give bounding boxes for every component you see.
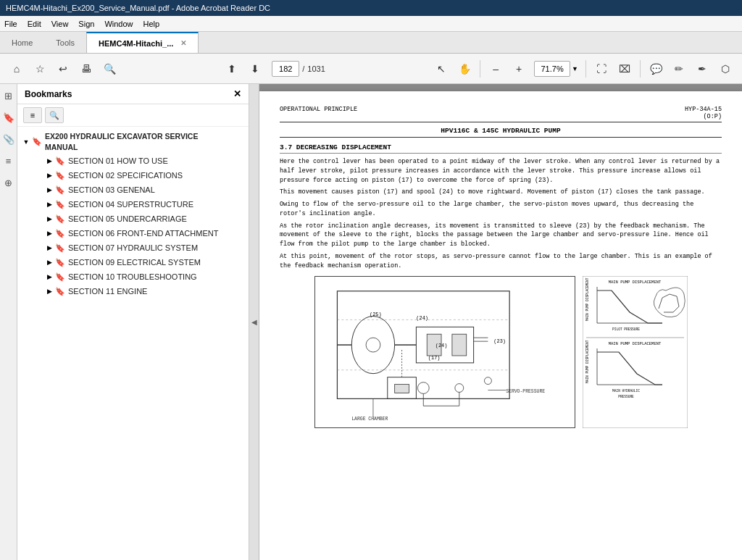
- svg-rect-15: [394, 385, 409, 393]
- hydraulic-diagram: (24) (17) (23) SE: [314, 276, 575, 430]
- tab-home[interactable]: Home: [0, 32, 44, 53]
- tree-item-s05[interactable]: 🔖 SECTION 05 UNDERCARRIAGE: [29, 212, 249, 226]
- tab-tools[interactable]: Tools: [44, 32, 86, 53]
- menu-bar: File Edit View Sign Window Help: [0, 16, 742, 32]
- page-number-input[interactable]: 182: [272, 61, 299, 77]
- svg-text:(25): (25): [370, 312, 382, 318]
- tree-label-s01: SECTION 01 HOW TO USE: [68, 156, 168, 165]
- svg-text:MAIN PUMP DISPLACEMENT: MAIN PUMP DISPLACEMENT: [585, 278, 589, 322]
- bookmarks-sidebar: Bookmarks ✕ ≡ 🔍 🔖 EX200 HYDRAULIC EXCAVA…: [17, 84, 249, 560]
- tab-close-icon[interactable]: ✕: [180, 39, 186, 47]
- pdf-header-left: OPERATIONAL PRINCIPLE: [280, 106, 357, 120]
- svg-text:SERVO-PRESSURE: SERVO-PRESSURE: [506, 390, 545, 395]
- bookmark-search-btn[interactable]: 🔍: [45, 107, 64, 123]
- pdf-paragraph-4: As the rotor inclination angle decreases…: [280, 222, 722, 249]
- panel-bookmark-icon[interactable]: 🔖: [1, 110, 16, 125]
- pdf-viewer-area: OPERATIONAL PRINCIPLE HYP-34A-15(O:P) HP…: [259, 84, 742, 560]
- tree-label-s11: SECTION 11 ENGINE: [68, 287, 147, 296]
- bookmark-icon-s07: 🔖: [55, 243, 65, 253]
- tree-item-s10[interactable]: 🔖 SECTION 10 TROUBLESHOOTING: [29, 269, 249, 284]
- svg-rect-8: [451, 334, 466, 356]
- tree-children: 🔖 SECTION 01 HOW TO USE 🔖 SECTION 02 SPE…: [17, 154, 249, 298]
- back-button[interactable]: ↩: [52, 58, 74, 80]
- sidebar-title: Bookmarks: [25, 89, 72, 99]
- page-navigation: 182 / 1031: [272, 61, 325, 77]
- tree-item-s07[interactable]: 🔖 SECTION 07 HYDRAULIC SYSTEM: [29, 241, 249, 255]
- tree-item-root[interactable]: 🔖 EX200 HYDRAULIC EXCAVATOR SERVICEMANUA…: [17, 130, 249, 154]
- print-button[interactable]: 🖶: [75, 58, 97, 80]
- sidebar-close-icon[interactable]: ✕: [233, 88, 241, 99]
- hand-tool[interactable]: ✋: [454, 58, 475, 80]
- tab-home-label: Home: [12, 38, 33, 47]
- tree-arrow-s03: [43, 184, 55, 196]
- zoom-dropdown-icon[interactable]: ▼: [572, 65, 578, 72]
- tree-item-s02[interactable]: 🔖 SECTION 02 SPECIFICATIONS: [29, 168, 249, 183]
- tree-arrow-s01: [43, 155, 55, 167]
- tree-label-s02: SECTION 02 SPECIFICATIONS: [68, 171, 183, 180]
- home-button[interactable]: ⌂: [6, 58, 28, 80]
- pdf-page: OPERATIONAL PRINCIPLE HYP-34A-15(O:P) HP…: [259, 91, 742, 560]
- toolbar-separator-1: [480, 60, 480, 78]
- tree-label-s05: SECTION 05 UNDERCARRIAGE: [68, 214, 187, 223]
- select-tool[interactable]: ↖: [430, 58, 452, 80]
- menu-window[interactable]: Window: [104, 20, 133, 28]
- tree-arrow-s11: [43, 285, 55, 297]
- menu-view[interactable]: View: [51, 20, 69, 28]
- bookmark-icon-s04: 🔖: [55, 199, 65, 209]
- svg-text:(24): (24): [435, 343, 447, 348]
- highlight-button[interactable]: ✏: [668, 58, 690, 80]
- prev-page-button[interactable]: ⬆: [221, 58, 243, 80]
- tree-item-s09[interactable]: 🔖 SECTION 09 ELECTRICAL SYSTEM: [29, 255, 249, 269]
- tree-label-s04: SECTION 04 SUPERSTRUCTURE: [68, 200, 193, 209]
- main-area: ⊞ 🔖 📎 ≡ ⊕ Bookmarks ✕ ≡ 🔍 🔖 EX200 HYDRAU…: [0, 84, 742, 560]
- svg-text:MAIN PUMP DISPLACEMENT: MAIN PUMP DISPLACEMENT: [608, 341, 661, 346]
- zoom-input[interactable]: [534, 61, 570, 77]
- svg-text:MAIN PUMP DISPLACEMENT: MAIN PUMP DISPLACEMENT: [608, 280, 661, 285]
- zoom-out-button[interactable]: –: [485, 58, 507, 80]
- comment-button[interactable]: 💬: [645, 58, 667, 80]
- bookmarks-tree: 🔖 EX200 HYDRAULIC EXCAVATOR SERVICEMANUA…: [17, 127, 249, 560]
- diagram-container: (24) (17) (23) SE: [280, 276, 722, 430]
- toolbar-separator-3: [640, 60, 641, 78]
- menu-file[interactable]: File: [4, 20, 17, 28]
- pdf-title-text: HPV116C & 145C HYDRAULIC PUMP: [441, 127, 560, 135]
- tree-item-s03[interactable]: 🔖 SECTION 03 GENENAL: [29, 183, 249, 197]
- rotate-button[interactable]: ⌧: [614, 58, 635, 80]
- svg-rect-0: [315, 277, 574, 427]
- bookmark-list-btn[interactable]: ≡: [23, 107, 42, 123]
- page-separator: /: [302, 64, 304, 73]
- svg-text:MAIN HYDRAULIC: MAIN HYDRAULIC: [612, 389, 640, 393]
- tree-item-s04[interactable]: 🔖 SECTION 04 SUPERSTRUCTURE: [29, 197, 249, 212]
- tree-item-s11[interactable]: 🔖 SECTION 11 ENGINE: [29, 284, 249, 298]
- toolbar: ⌂ ☆ ↩ 🖶 🔍 ⬆ ⬇ 182 / 1031 ↖ ✋ – + ▼ ⛶ ⌧ 💬…: [0, 54, 742, 84]
- svg-text:(23): (23): [493, 338, 506, 344]
- panel-layers-icon[interactable]: ≡: [1, 154, 16, 168]
- panel-attachment-icon[interactable]: 📎: [1, 132, 16, 146]
- title-bar-text: HEMC4M-Hitachi_Ex200_Service_Manual.pdf …: [6, 4, 270, 12]
- search-button[interactable]: 🔍: [99, 58, 120, 80]
- fit-page-button[interactable]: ⛶: [591, 58, 612, 80]
- bookmark-icon-s09: 🔖: [55, 257, 65, 267]
- panel-content-icon[interactable]: ⊕: [1, 175, 16, 190]
- panel-thumbnail-icon[interactable]: ⊞: [1, 88, 16, 103]
- tab-document[interactable]: HEMC4M-Hitachi_... ✕: [86, 32, 199, 53]
- menu-sign[interactable]: Sign: [78, 20, 94, 28]
- menu-help[interactable]: Help: [143, 20, 160, 28]
- sidebar-collapse-handle[interactable]: ◀: [249, 84, 259, 560]
- menu-edit[interactable]: Edit: [28, 20, 41, 28]
- next-page-button[interactable]: ⬇: [244, 58, 266, 80]
- tree-label-s03: SECTION 03 GENENAL: [68, 185, 155, 194]
- tree-arrow-s02: [43, 170, 55, 181]
- tree-arrow-s07: [43, 242, 55, 254]
- toolbar-separator-2: [585, 60, 586, 78]
- tree-label-s10: SECTION 10 TROUBLESHOOTING: [68, 272, 197, 281]
- pdf-paragraph-2: This movement causes piston (17) and spo…: [280, 188, 722, 197]
- bookmark-button[interactable]: ☆: [29, 58, 51, 80]
- tree-item-s06[interactable]: 🔖 SECTION 06 FRONT-END ATTACHMENT: [29, 226, 249, 241]
- total-pages: 1031: [307, 64, 325, 73]
- tree-item-s01[interactable]: 🔖 SECTION 01 HOW TO USE: [29, 154, 249, 168]
- share-button[interactable]: ⬡: [714, 58, 736, 80]
- draw-button[interactable]: ✒: [691, 58, 713, 80]
- bookmark-icon-s02: 🔖: [55, 170, 65, 180]
- zoom-in-button[interactable]: +: [508, 58, 530, 80]
